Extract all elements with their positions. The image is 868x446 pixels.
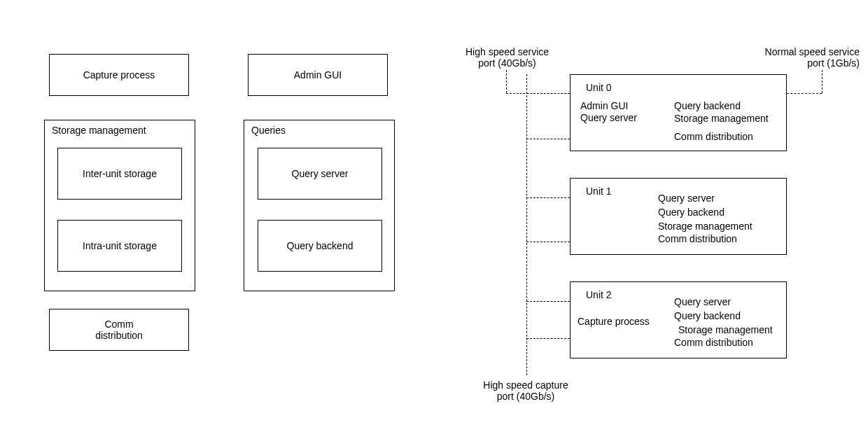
- wire-branch-2b: [526, 338, 570, 339]
- label-admin-gui: Admin GUI: [294, 69, 342, 81]
- box-intra-unit-storage: Intra-unit storage: [57, 220, 182, 272]
- label-unit0-left1: Query server: [580, 112, 637, 123]
- label-intra-unit-storage: Intra-unit storage: [83, 240, 157, 251]
- label-high-speed-service: High speed service port (40Gb/s): [456, 46, 558, 69]
- label-unit2-line1: Query backend: [674, 310, 741, 321]
- wire-branch-0: [526, 139, 570, 139]
- box-capture-process: Capture process: [49, 54, 189, 96]
- label-unit1-line1: Query backend: [658, 207, 724, 218]
- wire-top-right-stub: [822, 70, 822, 93]
- label-unit1-line0: Query server: [658, 193, 715, 204]
- label-unit2-line0: Query server: [674, 296, 731, 307]
- label-inter-unit-storage: Inter-unit storage: [83, 168, 157, 179]
- label-storage-management-title: Storage management: [52, 125, 146, 136]
- label-unit2-line3: Comm distribution: [674, 337, 753, 348]
- box-query-backend: Query backend: [258, 220, 382, 272]
- wire-to-unit0-right: [787, 93, 822, 94]
- box-inter-unit-storage: Inter-unit storage: [57, 148, 182, 200]
- diagram-canvas: Capture process Admin GUI Storage manage…: [0, 0, 868, 446]
- label-unit0-right0: Query backend: [674, 100, 741, 111]
- label-unit0-right1: Storage management: [674, 113, 769, 124]
- label-queries-title: Queries: [251, 125, 286, 136]
- label-unit2-left: Capture process: [578, 316, 650, 327]
- label-unit1-line2: Storage management: [658, 221, 752, 232]
- label-query-backend: Query backend: [287, 240, 354, 251]
- label-unit1-line3: Comm distribution: [658, 233, 737, 244]
- box-query-server: Query server: [258, 148, 382, 200]
- label-high-speed-capture: High speed capture port (40Gb/s): [473, 379, 578, 402]
- label-capture-process: Capture process: [83, 69, 155, 81]
- label-unit0-left0: Admin GUI: [580, 100, 628, 111]
- wire-top-left-stub: [506, 70, 507, 93]
- label-comm-distribution: Comm distribution: [95, 319, 143, 341]
- box-admin-gui: Admin GUI: [248, 54, 388, 96]
- box-unit-2: Unit 2 Capture process Query server Quer…: [570, 281, 787, 358]
- label-unit2-title: Unit 2: [586, 289, 612, 300]
- wire-backbone: [526, 74, 527, 375]
- box-unit-1: Unit 1 Query server Query backend Storag…: [570, 178, 787, 255]
- box-unit-0: Unit 0 Admin GUI Query server Query back…: [570, 74, 787, 151]
- wire-to-unit0-left: [506, 93, 570, 94]
- label-query-server: Query server: [292, 168, 349, 179]
- box-comm-distribution: Comm distribution: [49, 309, 189, 351]
- label-unit0-title: Unit 0: [586, 82, 612, 93]
- wire-branch-1a: [526, 197, 570, 198]
- label-normal-speed-service: Normal speed service port (1Gb/s): [755, 46, 860, 69]
- wire-branch-2a: [526, 301, 570, 302]
- label-unit0-right2: Comm distribution: [674, 131, 753, 142]
- label-unit2-line2: Storage management: [678, 324, 773, 335]
- label-unit1-title: Unit 1: [586, 186, 612, 197]
- wire-branch-1b: [526, 242, 570, 242]
